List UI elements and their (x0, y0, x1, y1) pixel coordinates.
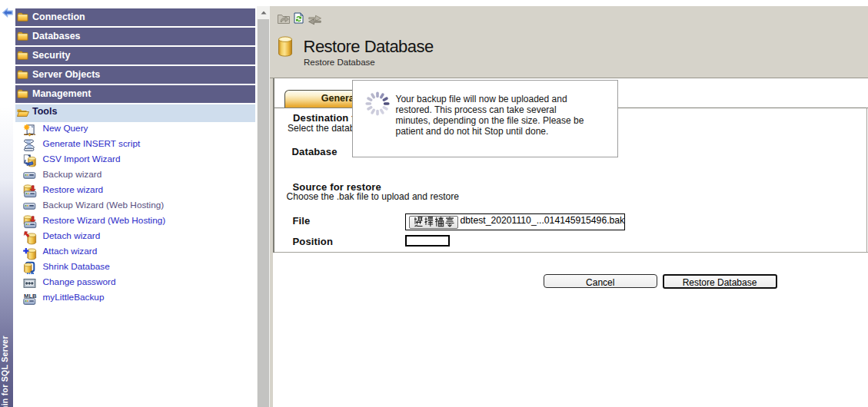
svg-text:MLB: MLB (24, 293, 37, 299)
